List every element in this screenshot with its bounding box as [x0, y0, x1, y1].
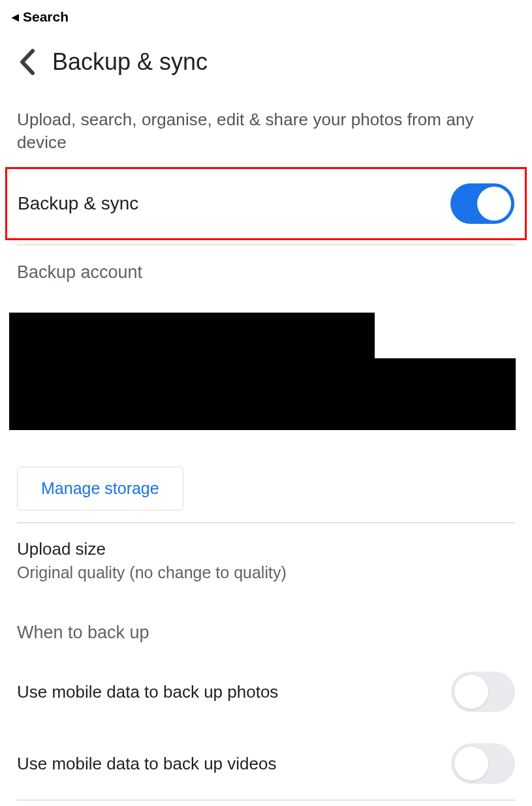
page-title: Backup & sync	[52, 48, 208, 76]
mobile-data-videos-row: Use mobile data to back up videos	[0, 728, 532, 799]
mobile-data-videos-toggle[interactable]	[451, 743, 515, 784]
redacted-block	[9, 358, 516, 430]
upload-size-title: Upload size	[17, 539, 515, 559]
breadcrumb-label: Search	[23, 9, 69, 25]
mobile-data-photos-label: Use mobile data to back up photos	[17, 682, 278, 702]
backup-sync-row: Backup & sync	[18, 183, 514, 224]
highlighted-toggle-box: Backup & sync	[5, 167, 527, 240]
when-to-backup-heading: When to back up	[0, 586, 532, 656]
backup-sync-toggle[interactable]	[450, 183, 514, 224]
breadcrumb[interactable]: ◀ Search	[0, 0, 532, 25]
upload-size-item[interactable]: Upload size Original quality (no change …	[0, 523, 532, 586]
breadcrumb-back-icon: ◀	[12, 12, 19, 22]
backup-account-label: Backup account	[0, 245, 532, 283]
divider	[17, 799, 515, 801]
manage-storage-button[interactable]: Manage storage	[17, 467, 183, 510]
mobile-data-videos-label: Use mobile data to back up videos	[17, 754, 276, 774]
upload-size-subtitle: Original quality (no change to quality)	[17, 563, 515, 582]
page-header: Backup & sync	[0, 25, 532, 89]
back-button[interactable]	[18, 48, 37, 76]
mobile-data-photos-toggle[interactable]	[451, 672, 515, 712]
mobile-data-photos-row: Use mobile data to back up photos	[0, 656, 532, 728]
toggle-knob	[454, 675, 488, 709]
redacted-block	[9, 313, 375, 358]
redacted-account-info	[0, 313, 532, 430]
toggle-knob	[454, 747, 488, 781]
backup-sync-label: Backup & sync	[18, 193, 138, 214]
page-description: Upload, search, organise, edit & share y…	[0, 89, 532, 166]
chevron-left-icon	[18, 48, 37, 76]
toggle-knob	[477, 187, 511, 221]
